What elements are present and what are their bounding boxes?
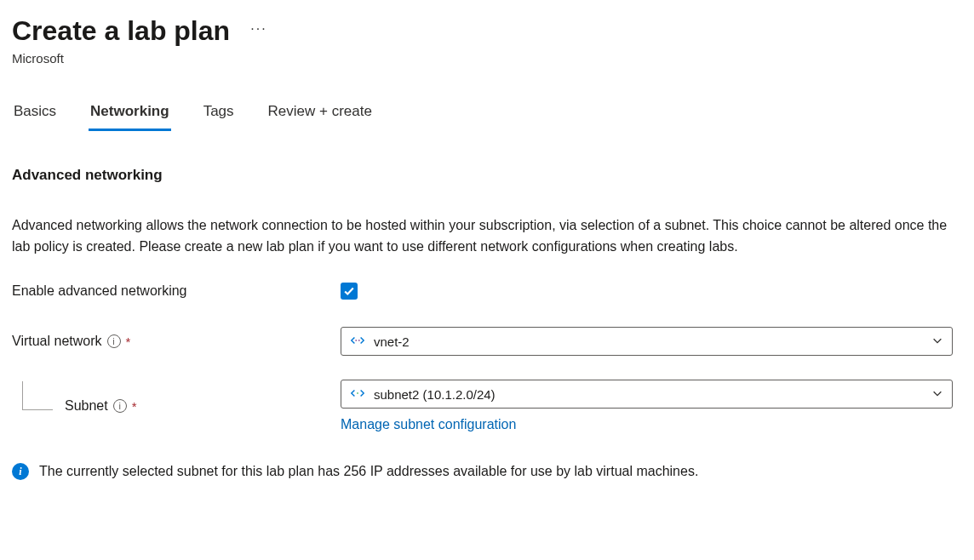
subnet-label-group: Subnet i * [12, 398, 341, 414]
check-icon [343, 285, 355, 297]
row-enable-advanced-networking: Enable advanced networking [12, 283, 953, 300]
section-description: Advanced networking allows the network c… [12, 214, 962, 257]
required-indicator: * [132, 399, 137, 414]
subnet-label: Subnet [65, 398, 108, 414]
page-subtitle: Microsoft [12, 51, 962, 66]
chevron-down-icon [931, 334, 943, 349]
tab-review-create[interactable]: Review + create [266, 103, 374, 131]
subnet-info-message: i The currently selected subnet for this… [12, 463, 962, 480]
subnet-dropdown[interactable]: subnet2 (10.1.2.0/24) [341, 380, 953, 409]
row-subnet: Subnet i * subnet2 (10.1.2.0/24) Manage … [12, 380, 953, 432]
chevron-down-icon [931, 387, 943, 402]
subnet-info-text: The currently selected subnet for this l… [39, 464, 698, 479]
subnet-value: subnet2 (10.1.2.0/24) [374, 387, 923, 402]
info-icon[interactable]: i [107, 334, 121, 348]
enable-advanced-networking-checkbox[interactable] [341, 283, 358, 300]
page-header: Create a lab plan ··· Microsoft [12, 15, 962, 66]
info-icon[interactable]: i [113, 399, 127, 413]
section-heading: Advanced networking [12, 167, 962, 184]
form-area: Enable advanced networking Virtual netwo… [12, 283, 953, 432]
page-title: Create a lab plan [12, 15, 230, 46]
vnet-icon [350, 333, 365, 351]
row-virtual-network: Virtual network i * vnet-2 [12, 327, 953, 356]
info-badge-icon: i [12, 463, 29, 480]
svg-point-1 [358, 340, 360, 341]
virtual-network-dropdown[interactable]: vnet-2 [341, 327, 953, 356]
virtual-network-value: vnet-2 [374, 334, 923, 349]
more-actions-button[interactable]: ··· [250, 21, 266, 37]
virtual-network-label: Virtual network [12, 334, 102, 349]
enable-advanced-networking-label: Enable advanced networking [12, 283, 341, 299]
tab-tags[interactable]: Tags [202, 103, 236, 131]
tree-connector [22, 381, 53, 410]
required-indicator: * [126, 334, 131, 349]
tab-networking[interactable]: Networking [89, 103, 171, 131]
tab-bar: Basics Networking Tags Review + create [12, 103, 962, 131]
tab-basics[interactable]: Basics [12, 103, 58, 131]
svg-point-2 [357, 392, 358, 394]
virtual-network-label-group: Virtual network i * [12, 334, 341, 349]
svg-point-0 [355, 340, 357, 341]
subnet-icon [350, 386, 365, 403]
manage-subnet-link[interactable]: Manage subnet configuration [341, 417, 516, 432]
